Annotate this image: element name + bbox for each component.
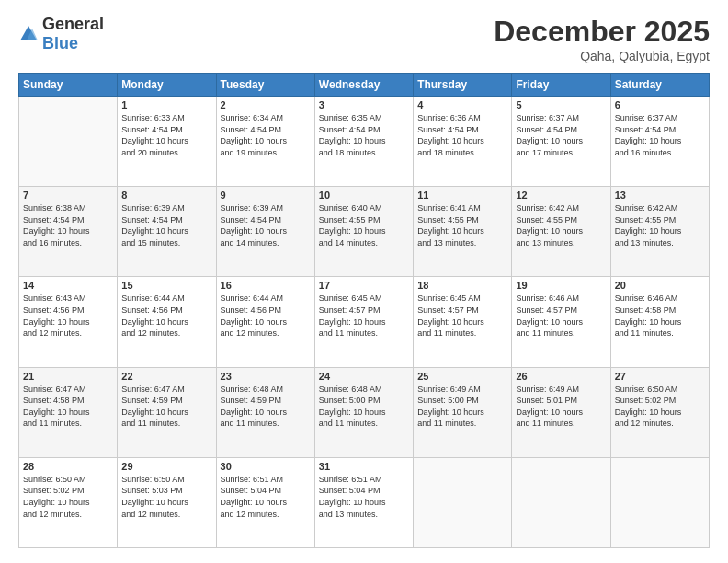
day-info: Sunrise: 6:46 AM Sunset: 4:57 PM Dayligh…: [516, 293, 606, 339]
day-info: Sunrise: 6:46 AM Sunset: 4:58 PM Dayligh…: [615, 293, 705, 339]
day-number: 15: [121, 280, 211, 291]
calendar-cell: 21Sunrise: 6:47 AM Sunset: 4:58 PM Dayli…: [19, 367, 118, 457]
logo-blue: Blue: [42, 34, 78, 52]
weekday-header-thursday: Thursday: [414, 74, 512, 97]
calendar-cell: 4Sunrise: 6:36 AM Sunset: 4:54 PM Daylig…: [414, 97, 512, 187]
calendar-cell: 25Sunrise: 6:49 AM Sunset: 5:00 PM Dayli…: [414, 367, 512, 457]
calendar-cell: [512, 457, 610, 547]
day-info: Sunrise: 6:37 AM Sunset: 4:54 PM Dayligh…: [615, 112, 705, 158]
day-info: Sunrise: 6:37 AM Sunset: 4:54 PM Dayligh…: [516, 112, 606, 158]
day-info: Sunrise: 6:42 AM Sunset: 4:55 PM Dayligh…: [516, 202, 606, 248]
day-number: 18: [417, 280, 507, 291]
day-info: Sunrise: 6:35 AM Sunset: 4:54 PM Dayligh…: [319, 112, 409, 158]
day-number: 5: [516, 99, 606, 110]
day-info: Sunrise: 6:47 AM Sunset: 4:59 PM Dayligh…: [121, 384, 211, 430]
calendar-cell: [414, 457, 512, 547]
day-number: 30: [221, 461, 311, 472]
day-number: 4: [417, 99, 507, 110]
calendar-cell: 28Sunrise: 6:50 AM Sunset: 5:02 PM Dayli…: [19, 457, 118, 547]
weekday-header-tuesday: Tuesday: [216, 74, 314, 97]
month-title: December 2025: [494, 15, 710, 49]
day-info: Sunrise: 6:47 AM Sunset: 4:58 PM Dayligh…: [23, 384, 113, 430]
weekday-header-friday: Friday: [512, 74, 610, 97]
header: General Blue December 2025 Qaha, Qalyubi…: [18, 15, 710, 63]
calendar-week-row: 28Sunrise: 6:50 AM Sunset: 5:02 PM Dayli…: [19, 457, 710, 547]
location: Qaha, Qalyubia, Egypt: [494, 49, 710, 63]
calendar-cell: 3Sunrise: 6:35 AM Sunset: 4:54 PM Daylig…: [314, 97, 413, 187]
day-info: Sunrise: 6:49 AM Sunset: 5:01 PM Dayligh…: [516, 384, 606, 430]
logo: General Blue: [18, 15, 104, 53]
calendar-cell: 12Sunrise: 6:42 AM Sunset: 4:55 PM Dayli…: [512, 187, 610, 277]
calendar-cell: 27Sunrise: 6:50 AM Sunset: 5:02 PM Dayli…: [610, 367, 709, 457]
calendar-cell: 7Sunrise: 6:38 AM Sunset: 4:54 PM Daylig…: [19, 187, 118, 277]
day-info: Sunrise: 6:48 AM Sunset: 5:00 PM Dayligh…: [319, 384, 409, 430]
calendar-cell: 19Sunrise: 6:46 AM Sunset: 4:57 PM Dayli…: [512, 277, 610, 367]
day-info: Sunrise: 6:51 AM Sunset: 5:04 PM Dayligh…: [319, 474, 409, 520]
day-number: 28: [23, 461, 113, 472]
calendar-cell: 2Sunrise: 6:34 AM Sunset: 4:54 PM Daylig…: [216, 97, 314, 187]
day-number: 7: [23, 190, 113, 201]
day-number: 24: [319, 371, 409, 382]
weekday-header-monday: Monday: [118, 74, 216, 97]
calendar-cell: [610, 457, 709, 547]
day-number: 21: [23, 371, 113, 382]
calendar-cell: 1Sunrise: 6:33 AM Sunset: 4:54 PM Daylig…: [118, 97, 216, 187]
calendar-cell: 26Sunrise: 6:49 AM Sunset: 5:01 PM Dayli…: [512, 367, 610, 457]
calendar-cell: 20Sunrise: 6:46 AM Sunset: 4:58 PM Dayli…: [610, 277, 709, 367]
calendar-cell: 5Sunrise: 6:37 AM Sunset: 4:54 PM Daylig…: [512, 97, 610, 187]
calendar-cell: 24Sunrise: 6:48 AM Sunset: 5:00 PM Dayli…: [314, 367, 413, 457]
day-info: Sunrise: 6:49 AM Sunset: 5:00 PM Dayligh…: [417, 384, 507, 430]
day-info: Sunrise: 6:34 AM Sunset: 4:54 PM Dayligh…: [221, 112, 311, 158]
day-info: Sunrise: 6:42 AM Sunset: 4:55 PM Dayligh…: [615, 202, 705, 248]
day-info: Sunrise: 6:43 AM Sunset: 4:56 PM Dayligh…: [23, 293, 113, 339]
day-info: Sunrise: 6:50 AM Sunset: 5:02 PM Dayligh…: [615, 384, 705, 430]
page: General Blue December 2025 Qaha, Qalyubi…: [0, 0, 728, 563]
logo-icon: [18, 24, 39, 44]
weekday-header-wednesday: Wednesday: [314, 74, 413, 97]
day-info: Sunrise: 6:36 AM Sunset: 4:54 PM Dayligh…: [417, 112, 507, 158]
day-number: 27: [615, 371, 705, 382]
calendar-cell: 31Sunrise: 6:51 AM Sunset: 5:04 PM Dayli…: [314, 457, 413, 547]
calendar-cell: 10Sunrise: 6:40 AM Sunset: 4:55 PM Dayli…: [314, 187, 413, 277]
day-number: 2: [221, 99, 311, 110]
calendar-cell: 22Sunrise: 6:47 AM Sunset: 4:59 PM Dayli…: [118, 367, 216, 457]
calendar-week-row: 7Sunrise: 6:38 AM Sunset: 4:54 PM Daylig…: [19, 187, 710, 277]
day-number: 10: [319, 190, 409, 201]
day-info: Sunrise: 6:39 AM Sunset: 4:54 PM Dayligh…: [221, 202, 311, 248]
calendar-cell: 13Sunrise: 6:42 AM Sunset: 4:55 PM Dayli…: [610, 187, 709, 277]
day-number: 23: [221, 371, 311, 382]
calendar-week-row: 14Sunrise: 6:43 AM Sunset: 4:56 PM Dayli…: [19, 277, 710, 367]
day-number: 3: [319, 99, 409, 110]
day-info: Sunrise: 6:40 AM Sunset: 4:55 PM Dayligh…: [319, 202, 409, 248]
day-info: Sunrise: 6:44 AM Sunset: 4:56 PM Dayligh…: [221, 293, 311, 339]
day-number: 17: [319, 280, 409, 291]
title-block: December 2025 Qaha, Qalyubia, Egypt: [494, 15, 710, 63]
day-number: 26: [516, 371, 606, 382]
day-number: 12: [516, 190, 606, 201]
calendar-cell: 9Sunrise: 6:39 AM Sunset: 4:54 PM Daylig…: [216, 187, 314, 277]
calendar-week-row: 21Sunrise: 6:47 AM Sunset: 4:58 PM Dayli…: [19, 367, 710, 457]
calendar-cell: 30Sunrise: 6:51 AM Sunset: 5:04 PM Dayli…: [216, 457, 314, 547]
logo-general: General: [42, 15, 104, 33]
day-number: 6: [615, 99, 705, 110]
day-number: 13: [615, 190, 705, 201]
day-info: Sunrise: 6:50 AM Sunset: 5:02 PM Dayligh…: [23, 474, 113, 520]
day-number: 31: [319, 461, 409, 472]
day-info: Sunrise: 6:45 AM Sunset: 4:57 PM Dayligh…: [319, 293, 409, 339]
day-number: 22: [121, 371, 211, 382]
calendar-cell: 16Sunrise: 6:44 AM Sunset: 4:56 PM Dayli…: [216, 277, 314, 367]
day-number: 11: [417, 190, 507, 201]
calendar-cell: 6Sunrise: 6:37 AM Sunset: 4:54 PM Daylig…: [610, 97, 709, 187]
day-number: 20: [615, 280, 705, 291]
calendar-cell: 18Sunrise: 6:45 AM Sunset: 4:57 PM Dayli…: [414, 277, 512, 367]
calendar-week-row: 1Sunrise: 6:33 AM Sunset: 4:54 PM Daylig…: [19, 97, 710, 187]
calendar-cell: 17Sunrise: 6:45 AM Sunset: 4:57 PM Dayli…: [314, 277, 413, 367]
calendar-table: SundayMondayTuesdayWednesdayThursdayFrid…: [18, 73, 710, 548]
calendar-cell: 8Sunrise: 6:39 AM Sunset: 4:54 PM Daylig…: [118, 187, 216, 277]
logo-text: General Blue: [42, 15, 104, 53]
day-info: Sunrise: 6:38 AM Sunset: 4:54 PM Dayligh…: [23, 202, 113, 248]
weekday-header-sunday: Sunday: [19, 74, 118, 97]
calendar-cell: 14Sunrise: 6:43 AM Sunset: 4:56 PM Dayli…: [19, 277, 118, 367]
calendar-cell: 11Sunrise: 6:41 AM Sunset: 4:55 PM Dayli…: [414, 187, 512, 277]
day-number: 14: [23, 280, 113, 291]
